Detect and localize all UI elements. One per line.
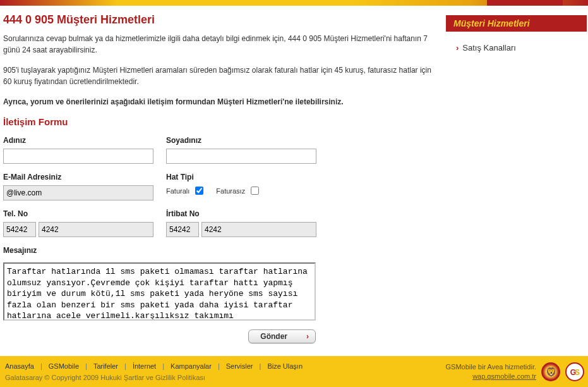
intro-paragraph-1: Sorularınıza cevap bulmak ya da hizmetle… [3,33,433,56]
header-band [0,0,588,6]
chevron-right-icon: › [306,332,309,341]
gs-logo-icon: GS [565,362,584,381]
submit-button[interactable]: Gönder › [248,329,316,343]
legal-link[interactable]: Hukuki Şartlar ve Gizlilik Politikası [100,374,205,381]
surname-label: Soyadınız [166,136,316,145]
chevron-right-icon: › [456,43,459,52]
header-logo-accent [487,0,563,6]
surname-input[interactable] [166,149,316,164]
line-type-postpaid-checkbox[interactable] [195,187,203,195]
svg-text:S: S [575,368,580,377]
line-type-prepaid-checkbox[interactable] [251,187,259,195]
footer-link[interactable]: Servisler [226,362,253,370]
sidebar-link-label: Satış Kanalları [462,43,516,52]
contact-no-label: İrtibat No [166,209,316,218]
footer-link[interactable]: Anasayfa [5,362,34,370]
intro-paragraph-2: 905'i tuşlayarak yaptığınız Müşteri Hizm… [3,64,433,87]
intro-paragraph-3: Ayrıca, yorum ve önerilerinizi aşağıdaki… [3,96,433,108]
footer-link[interactable]: Bize Ulaşın [267,362,303,370]
sidebar-heading: Müşteri Hizmetleri [446,15,587,32]
copyright: Galatasaray © Copyright 2009 Hukuki Şart… [5,374,446,381]
tel-label: Tel. No [3,209,153,218]
footer-link[interactable]: İnternet [133,362,156,370]
form-heading: İletişim Formu [3,116,440,127]
name-input[interactable] [3,149,153,164]
name-label: Adınız [3,136,153,145]
line-type-option-prepaid-label: Faturasız [216,187,245,195]
message-textarea[interactable] [3,262,316,321]
footer-nav: Anasayfa| GSMobile| Tarifeler| İnternet|… [5,362,446,370]
sidebar: Müşteri Hizmetleri › Satış Kanalları [446,6,588,343]
email-label: E-Mail Adresiniz [3,173,153,181]
submit-button-label: Gönder [260,332,287,341]
footer-link[interactable]: Tarifeler [93,362,118,370]
footer-link[interactable]: Kampanyalar [171,362,212,370]
avea-text: GSMobile bir Avea hizmetidir. [446,363,536,371]
footer: Anasayfa| GSMobile| Tarifeler| İnternet|… [0,356,588,387]
contact-prefix-input[interactable] [166,222,199,237]
tel-number-input[interactable] [39,222,153,237]
contact-number-input[interactable] [201,222,316,237]
lion-icon: 🦁 [541,362,560,381]
line-type-option-postpaid-label: Faturalı [166,187,189,195]
main-column: 444 0 905 Müşteri Hizmetleri Sorularınız… [0,6,446,343]
footer-link[interactable]: GSMobile [49,362,79,370]
line-type-label: Hat Tipi [166,173,268,181]
page-title: 444 0 905 Müşteri Hizmetleri [3,13,440,27]
sidebar-link-sales-channels[interactable]: › Satış Kanalları [446,32,587,56]
message-label: Mesajınız [3,246,440,255]
email-input[interactable] [3,185,153,200]
tel-prefix-input[interactable] [3,222,36,237]
wap-link[interactable]: wap.gsmobile.com.tr [446,372,536,381]
